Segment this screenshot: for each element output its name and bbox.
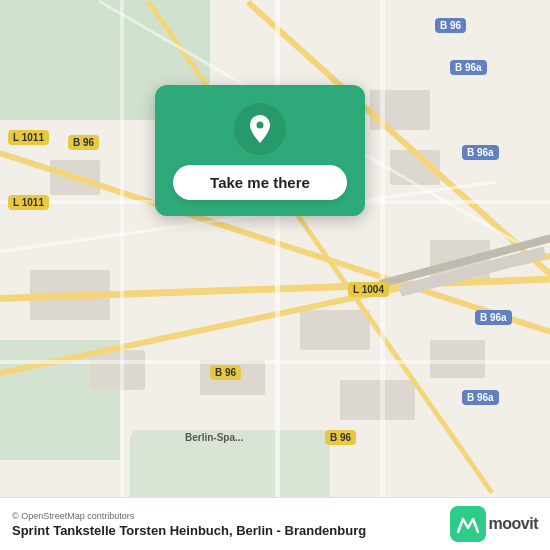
location-info: © OpenStreetMap contributors Sprint Tank… bbox=[12, 511, 366, 538]
badge-b96-mid: B 96 bbox=[68, 135, 99, 150]
road-v1 bbox=[275, 0, 280, 550]
label-berlin-spa: Berlin-Spa... bbox=[185, 432, 243, 443]
block-5 bbox=[90, 350, 145, 390]
place-name: Sprint Tankstelle Torsten Heinbuch, Berl… bbox=[12, 523, 366, 538]
badge-l1011-2: L 1011 bbox=[8, 195, 49, 210]
badge-b96-bot: B 96 bbox=[210, 365, 241, 380]
block-3 bbox=[300, 310, 370, 350]
take-me-there-button[interactable]: Take me there bbox=[173, 165, 347, 200]
road-h3 bbox=[0, 360, 550, 364]
block-8 bbox=[340, 380, 415, 420]
badge-b96a-3: B 96a bbox=[475, 310, 512, 325]
location-card: Take me there bbox=[155, 85, 365, 216]
bottom-bar: © OpenStreetMap contributors Sprint Tank… bbox=[0, 497, 550, 550]
badge-b96-top: B 96 bbox=[435, 18, 466, 33]
badge-b96a-1: B 96a bbox=[450, 60, 487, 75]
map-container: B 96 B 96a B 96a B 96a B 96a L 1011 L 10… bbox=[0, 0, 550, 550]
badge-b96a-2: B 96a bbox=[462, 145, 499, 160]
road-v2 bbox=[380, 0, 385, 550]
moovit-brand-text: moovit bbox=[489, 515, 538, 533]
badge-b96a-4: B 96a bbox=[462, 390, 499, 405]
block-10 bbox=[430, 340, 485, 378]
badge-l1004: L 1004 bbox=[348, 282, 389, 297]
moovit-logo: moovit bbox=[450, 506, 538, 542]
badge-l1011-1: L 1011 bbox=[8, 130, 49, 145]
osm-attribution: © OpenStreetMap contributors bbox=[12, 511, 366, 521]
road-v3 bbox=[120, 0, 124, 550]
location-pin-icon bbox=[234, 103, 286, 155]
moovit-icon bbox=[450, 506, 486, 542]
badge-b96-bot2: B 96 bbox=[325, 430, 356, 445]
